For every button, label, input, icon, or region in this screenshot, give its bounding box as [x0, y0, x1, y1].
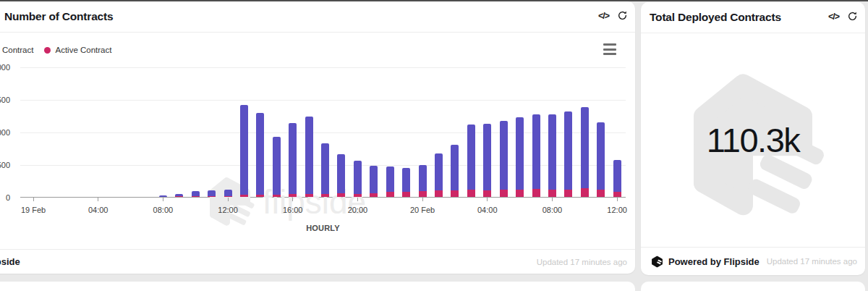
bar-19-Feb-10-00[interactable]	[192, 191, 200, 197]
bar-segment-active-contract	[613, 192, 621, 197]
bar-20-Feb-11-00[interactable]	[597, 122, 605, 197]
bar-segment-contract	[467, 125, 475, 190]
bar-20-Feb-07-00[interactable]	[532, 114, 540, 197]
bar-19-Feb-09-00[interactable]	[175, 194, 183, 197]
bar-segment-active-contract	[402, 192, 410, 197]
bar-segment-contract	[402, 168, 410, 192]
bar-segment-contract	[354, 161, 362, 194]
bar-20-Feb-10-00[interactable]	[581, 107, 589, 197]
bar-19-Feb-18-00[interactable]	[321, 143, 329, 197]
refresh-icon[interactable]	[617, 10, 628, 21]
bar-segment-contract	[240, 105, 248, 195]
bar-19-Feb-13-00[interactable]	[240, 105, 248, 197]
bar-segment-active-contract	[564, 190, 572, 197]
bar-20-Feb-00-00[interactable]	[419, 165, 427, 197]
bar-19-Feb-12-00[interactable]	[224, 190, 232, 197]
bar-segment-contract	[192, 191, 200, 196]
bar-segment-contract	[337, 154, 345, 193]
bar-segment-active-contract	[192, 196, 200, 197]
bar-segment-contract	[159, 195, 167, 197]
bar-segment-active-contract	[256, 195, 264, 197]
gridline	[20, 67, 626, 68]
x-axis-tick	[292, 198, 293, 201]
bar-19-Feb-19-00[interactable]	[337, 154, 345, 197]
x-axis-tick	[33, 198, 34, 201]
x-axis-label: 20 Feb	[399, 206, 446, 214]
bar-segment-contract	[321, 143, 329, 194]
chart-legend: ContractActive Contract	[0, 46, 122, 54]
embed-code-icon[interactable]: </>	[828, 12, 839, 22]
bar-19-Feb-11-00[interactable]	[208, 190, 216, 197]
bar-20-Feb-02-00[interactable]	[451, 145, 459, 197]
x-axis-label: 20:00	[334, 206, 380, 214]
x-axis-tick	[422, 198, 423, 201]
bar-segment-contract	[435, 153, 443, 190]
card-title: Number of Contracts	[4, 10, 113, 23]
bar-segment-active-contract	[435, 190, 443, 197]
bar-segment-contract	[613, 160, 621, 192]
x-axis-label: 08:00	[140, 206, 186, 214]
y-axis-label: 1,500	[0, 96, 10, 104]
bar-segment-contract	[208, 190, 216, 196]
x-axis-tick	[487, 198, 488, 201]
card-footer: Powered by Flipside Updated 17 minutes a…	[641, 247, 865, 275]
bar-segment-active-contract	[370, 193, 378, 197]
y-axis-label: 2,000	[0, 63, 10, 72]
bar-19-Feb-14-00[interactable]	[256, 113, 264, 197]
chart-context-menu-icon[interactable]	[603, 43, 616, 55]
bar-19-Feb-21-00[interactable]	[370, 166, 378, 197]
x-axis-tick	[552, 198, 553, 201]
embed-code-icon[interactable]: </>	[598, 11, 609, 21]
bar-19-Feb-22-00[interactable]	[386, 166, 394, 197]
bar-20-Feb-01-00[interactable]	[435, 153, 443, 197]
x-axis-label: 04:00	[75, 206, 122, 214]
bar-segment-contract	[451, 145, 459, 190]
legend-item-active-contract[interactable]: Active Contract	[44, 46, 111, 54]
bar-segment-active-contract	[516, 190, 524, 197]
bar-segment-active-contract	[175, 196, 183, 197]
bar-chart-plot-area: flipside 2,0001,5001,000500019 Feb04:000…	[20, 67, 626, 198]
updated-timestamp: Updated 17 minutes ago	[767, 257, 857, 266]
top-crop-line	[0, 0, 868, 1]
bar-20-Feb-04-00[interactable]	[483, 124, 491, 197]
next-row-card-right	[641, 282, 865, 291]
card-title: Total Deployed Contracts	[650, 11, 781, 24]
powered-by-label[interactable]: Powered by Flipside	[0, 256, 20, 267]
bar-segment-contract	[597, 122, 605, 190]
bar-20-Feb-03-00[interactable]	[467, 125, 475, 197]
card-header: Total Deployed Contracts </>	[641, 2, 865, 33]
bar-20-Feb-06-00[interactable]	[516, 117, 524, 197]
bar-19-Feb-20-00[interactable]	[354, 161, 362, 197]
legend-item-contract[interactable]: Contract	[0, 46, 33, 54]
card-footer: Powered by Flipside Updated 17 minutes a…	[0, 249, 635, 274]
bar-20-Feb-08-00[interactable]	[548, 114, 556, 197]
bar-segment-active-contract	[273, 195, 281, 197]
bar-20-Feb-09-00[interactable]	[564, 111, 572, 197]
bar-20-Feb-05-00[interactable]	[500, 121, 508, 197]
gridline	[20, 100, 626, 101]
bar-segment-contract	[516, 117, 524, 189]
bar-19-Feb-08-00[interactable]	[159, 195, 167, 197]
x-axis-label: 16:00	[270, 206, 316, 214]
refresh-icon[interactable]	[847, 11, 858, 22]
x-axis-tick	[98, 198, 98, 201]
x-axis-tick	[617, 198, 618, 201]
bar-segment-contract	[256, 113, 264, 195]
bar-segment-contract	[564, 111, 572, 190]
legend-marker-icon	[44, 47, 51, 54]
bar-segment-contract	[386, 166, 394, 192]
bar-segment-contract	[483, 124, 491, 190]
bar-segment-contract	[581, 107, 589, 189]
bar-19-Feb-17-00[interactable]	[305, 117, 313, 197]
bar-19-Feb-16-00[interactable]	[289, 123, 297, 197]
bar-segment-active-contract	[289, 194, 297, 197]
powered-by-label[interactable]: Powered by Flipside	[668, 256, 760, 267]
number-of-contracts-card: Number of Contracts </> ContractActive C…	[0, 1, 635, 274]
x-axis-label: 04:00	[464, 206, 511, 214]
bar-19-Feb-15-00[interactable]	[273, 137, 281, 197]
bar-19-Feb-23-00[interactable]	[402, 168, 410, 197]
bar-20-Feb-12-00[interactable]	[613, 160, 621, 197]
next-row-card-left	[0, 282, 635, 291]
bar-segment-contract	[500, 121, 508, 190]
y-axis-label: 1,000	[0, 128, 10, 137]
